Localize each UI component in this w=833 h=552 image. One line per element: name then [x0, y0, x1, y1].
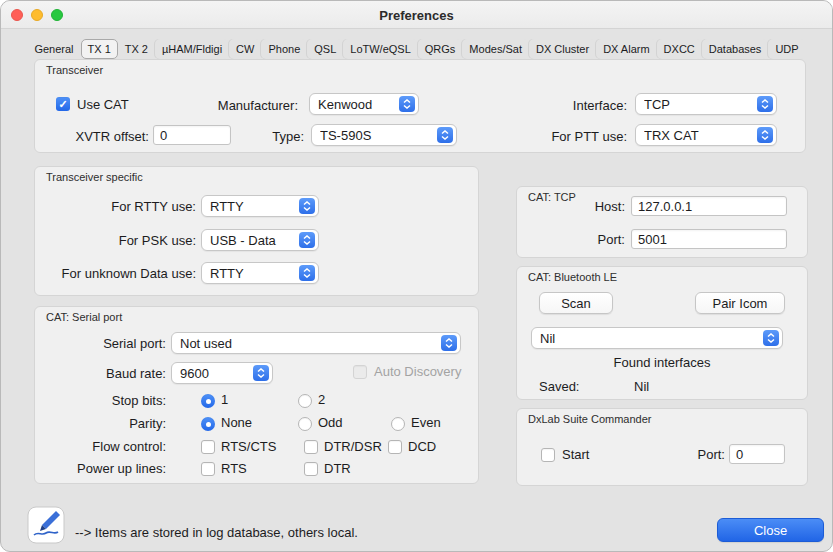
interface-select[interactable]: TCP — [635, 93, 777, 115]
auto-discovery-label: Auto Discovery — [374, 364, 461, 379]
window-title: Preferences — [1, 8, 832, 23]
tab-udp[interactable]: UDP — [768, 39, 805, 59]
type-label: Type: — [252, 129, 304, 144]
power-rts-checkbox[interactable] — [201, 462, 215, 476]
chevron-up-down-icon — [437, 127, 453, 143]
tab-qsl[interactable]: QSL — [307, 39, 343, 59]
flow-control-label: Flow control: — [56, 439, 166, 454]
preferences-tab-bar: General TX 1 TX 2 µHAM/Fldigi CW Phone Q… — [1, 38, 832, 59]
scan-button[interactable]: Scan — [539, 292, 613, 314]
footer-note: --> Items are stored in log database, ot… — [75, 525, 358, 540]
cat-tcp-group-label: CAT: TCP — [528, 191, 576, 203]
stop-bits-1-radio[interactable] — [201, 394, 215, 408]
use-cat-checkbox[interactable] — [56, 97, 70, 111]
tcp-port-input[interactable] — [631, 229, 787, 249]
use-cat-label: Use CAT — [77, 97, 129, 112]
chevron-up-down-icon — [763, 330, 779, 346]
tab-uham-fldigi[interactable]: µHAM/Fldigi — [155, 39, 229, 59]
serial-port-label: Serial port: — [86, 336, 166, 351]
ptt-label: For PTT use: — [539, 129, 627, 144]
rtty-use-select[interactable]: RTTY — [201, 195, 319, 217]
baud-rate-select[interactable]: 9600 — [171, 362, 273, 384]
saved-value: Nil — [634, 379, 649, 394]
power-dtr-label: DTR — [324, 461, 351, 476]
tab-general[interactable]: General — [27, 39, 80, 59]
flow-dcd-label: DCD — [408, 439, 436, 454]
stop-bits-label: Stop bits: — [86, 393, 166, 408]
chevron-up-down-icon — [757, 127, 773, 143]
serial-port-select[interactable]: Not used — [171, 332, 461, 354]
host-input[interactable] — [631, 196, 787, 216]
xvtr-offset-label: XVTR offset: — [57, 129, 149, 144]
dxlab-group-label: DxLab Suite Commander — [528, 413, 652, 425]
baud-rate-label: Baud rate: — [86, 366, 166, 381]
type-select[interactable]: TS-590S — [311, 124, 457, 146]
dxlab-start-checkbox[interactable] — [541, 448, 555, 462]
pair-icom-button[interactable]: Pair Icom — [695, 292, 785, 314]
psk-use-select[interactable]: USB - Data — [201, 229, 319, 251]
tab-dxcc[interactable]: DXCC — [657, 39, 702, 59]
tab-tx1[interactable]: TX 1 — [81, 39, 118, 59]
bluetooth-device-select[interactable]: Nil — [531, 327, 783, 349]
tab-qrgs[interactable]: QRGs — [418, 39, 463, 59]
manufacturer-label: Manufacturer: — [186, 98, 298, 113]
power-up-lines-label: Power up lines: — [56, 461, 166, 476]
saved-label: Saved: — [539, 379, 579, 394]
power-rts-label: RTS — [221, 461, 247, 476]
unknown-data-use-label: For unknown Data use: — [46, 266, 196, 281]
parity-none-label: None — [221, 415, 252, 430]
serial-port-value: Not used — [180, 336, 437, 351]
manufacturer-select[interactable]: Kenwood — [309, 93, 419, 115]
parity-even-label: Even — [411, 415, 441, 430]
chevron-up-down-icon — [253, 365, 269, 381]
ptt-select[interactable]: TRX CAT — [635, 124, 777, 146]
chevron-up-down-icon — [299, 232, 315, 248]
auto-discovery-checkbox — [353, 365, 367, 379]
tcp-port-label: Port: — [577, 232, 625, 247]
found-interfaces-label: Found interfaces — [516, 355, 808, 370]
unknown-data-use-select[interactable]: RTTY — [201, 262, 319, 284]
type-value: TS-590S — [320, 128, 433, 143]
logbook-app-icon — [27, 506, 65, 544]
tab-databases[interactable]: Databases — [702, 39, 769, 59]
chevron-up-down-icon — [299, 198, 315, 214]
chevron-up-down-icon — [299, 265, 315, 281]
power-dtr-checkbox[interactable] — [304, 462, 318, 476]
tab-lotw-eqsl[interactable]: LoTW/eQSL — [343, 39, 418, 59]
flow-dtr-dsr-checkbox[interactable] — [304, 440, 318, 454]
chevron-up-down-icon — [399, 96, 415, 112]
manufacturer-value: Kenwood — [318, 97, 395, 112]
xvtr-offset-input[interactable] — [153, 125, 231, 145]
serial-port-group-label: CAT: Serial port — [46, 311, 122, 323]
tab-phone[interactable]: Phone — [261, 39, 307, 59]
tab-dx-alarm[interactable]: DX Alarm — [596, 39, 656, 59]
preferences-window: Preferences General TX 1 TX 2 µHAM/Fldig… — [0, 0, 833, 552]
close-button[interactable]: Close — [717, 518, 824, 542]
flow-rts-cts-checkbox[interactable] — [201, 440, 215, 454]
parity-odd-radio[interactable] — [298, 417, 312, 431]
tab-modes-sat[interactable]: Modes/Sat — [462, 39, 529, 59]
rtty-use-label: For RTTY use: — [94, 199, 196, 214]
stop-bits-2-label: 2 — [318, 392, 325, 407]
ptt-value: TRX CAT — [644, 128, 753, 143]
baud-rate-value: 9600 — [180, 366, 249, 381]
dxlab-start-label: Start — [562, 447, 589, 462]
interface-label: Interface: — [547, 98, 627, 113]
stop-bits-2-radio[interactable] — [298, 394, 312, 408]
tab-dx-cluster[interactable]: DX Cluster — [529, 39, 596, 59]
tab-tx2[interactable]: TX 2 — [118, 39, 155, 59]
dxlab-port-input[interactable] — [729, 444, 785, 464]
dxlab-port-label: Port: — [685, 447, 725, 462]
interface-value: TCP — [644, 97, 753, 112]
stop-bits-1-label: 1 — [221, 392, 228, 407]
parity-none-radio[interactable] — [201, 417, 215, 431]
flow-dtr-dsr-label: DTR/DSR — [324, 439, 382, 454]
parity-odd-label: Odd — [318, 415, 343, 430]
parity-even-radio[interactable] — [391, 417, 405, 431]
flow-dcd-checkbox[interactable] — [388, 440, 402, 454]
unknown-data-use-value: RTTY — [210, 266, 295, 281]
rtty-use-value: RTTY — [210, 199, 295, 214]
bluetooth-device-value: Nil — [540, 331, 759, 346]
tab-cw[interactable]: CW — [229, 39, 261, 59]
transceiver-group-label: Transceiver — [46, 64, 103, 76]
